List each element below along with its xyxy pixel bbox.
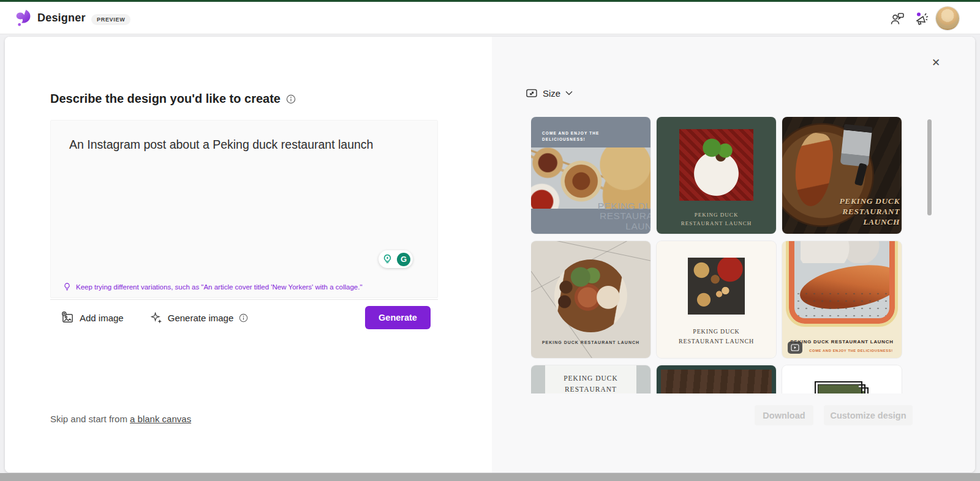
design-thumbnail-7[interactable]: PEKING DUCK RESTAURANT [531,365,650,393]
duck-steamer-photo [531,147,650,209]
resize-icon [526,87,538,99]
page-title: Describe the design you'd like to create [50,92,281,106]
blank-canvas-link[interactable]: a blank canvas [130,414,191,424]
generate-image-label: Generate image [168,313,234,323]
prompt-box: An Instagram post about a Peking duck re… [50,120,438,298]
grammarly-widget[interactable]: G [379,250,413,268]
design-thumbnail-6[interactable]: PEKING DUCK RESTAURANT LAUNCH COME AND E… [782,241,902,358]
generate-button[interactable]: Generate [365,306,431,329]
announcements-icon[interactable] [914,11,930,27]
food-flatlay-photo [688,258,745,315]
close-icon[interactable]: ✕ [929,55,943,70]
app-title: Designer [37,12,86,24]
size-label: Size [543,88,560,99]
tip-text: Keep trying different variations, such a… [76,283,362,291]
generate-image-info-icon [239,313,248,323]
thumb-title: PEKING DUCK RESTAURANT LAUNCH [840,196,900,228]
designer-logo-icon [13,9,32,28]
duck-plate-photo [679,129,753,201]
add-image-button[interactable]: Add image [61,311,124,324]
design-thumbnail-9[interactable] [782,365,902,393]
main-card: Describe the design you'd like to create… [5,37,975,472]
scrollbar[interactable] [927,119,932,215]
app-header: Designer PREVIEW [0,2,980,34]
thumb-title: PEKING DUCK RESTAURANT [531,373,650,393]
thumb-title: PEKING DUCK RESTAURANT LAUNCH [657,327,776,346]
thumb-eyebrow: COME AND ENJOY THE DELICIOUSNESS! [542,130,599,143]
kitchen-photo [801,241,892,263]
prompt-panel: Describe the design you'd like to create… [5,37,492,472]
thumbnail-grid: COME AND ENJOY THE DELICIOUSNESS! PEKING… [531,117,902,393]
download-button[interactable]: Download [755,405,813,425]
info-icon[interactable] [286,94,296,104]
divider [50,299,438,300]
window-bottom-edge [0,473,980,481]
video-play-icon [788,341,802,354]
prompt-input[interactable]: An Instagram post about a Peking duck re… [51,121,437,243]
thumb-eyebrow: COME AND ENJOY THE DELICIOUSNESS! [801,349,902,352]
grammarly-logo-icon: G [397,253,410,266]
thumbnail-grid-viewport: COME AND ENJOY THE DELICIOUSNESS! PEKING… [531,117,902,393]
grammarly-suggestion-icon [382,254,393,264]
customize-design-button[interactable]: Customize design [824,405,913,425]
size-dropdown[interactable]: Size [526,87,573,99]
skip-row: Skip and start from a blank canvas [50,414,191,424]
steel-dots-texture [794,290,889,318]
design-thumbnail-4[interactable]: PEKING DUCK RESTAURANT LAUNCH [531,241,650,358]
design-thumbnail-8[interactable] [657,365,776,393]
generate-image-button[interactable]: Generate image [151,312,249,324]
stacked-photos-graphic [815,381,870,393]
design-thumbnail-5[interactable]: PEKING DUCK RESTAURANT LAUNCH [657,241,776,358]
chevron-down-icon [565,91,573,95]
prompt-tip: Keep trying different variations, such a… [63,283,362,291]
duck-circle-photo [554,259,627,332]
thumb-title: PEKING DUCK RESTAURANT LAUNCH [598,201,650,231]
user-avatar[interactable] [936,7,959,30]
design-thumbnail-2[interactable]: PEKING DUCK RESTAURANT LAUNCH [657,117,776,234]
feedback-icon[interactable] [889,11,905,27]
thumb-title: PEKING DUCK RESTAURANT LAUNCH [657,211,776,228]
thumb-title: PEKING DUCK RESTAURANT LAUNCH [531,340,650,345]
suggestions-panel: ✕ Size COME AND ENJOY THE DELICIOUSNESS! [492,37,975,472]
lightbulb-icon [63,283,71,291]
preview-badge: PREVIEW [91,14,130,25]
design-thumbnail-1[interactable]: COME AND ENJOY THE DELICIOUSNESS! PEKING… [531,117,650,234]
orange-photo-frame [789,241,895,324]
skip-text: Skip and start from [50,414,127,424]
plate-topdown-photo [661,370,772,393]
add-image-label: Add image [80,313,124,323]
cleaver-photo [840,124,873,167]
design-thumbnail-3[interactable]: PEKING DUCK RESTAURANT LAUNCH [782,117,902,234]
